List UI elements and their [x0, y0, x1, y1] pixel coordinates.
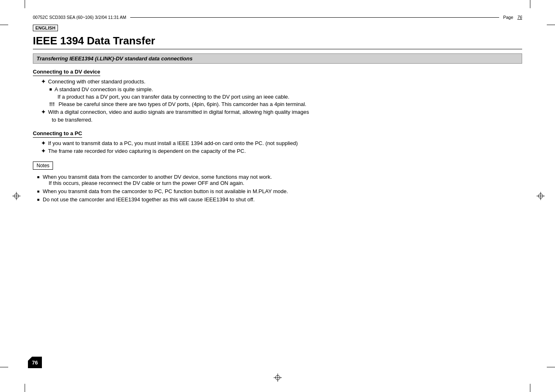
bullet-cross-2-text: With a digital connection, video and aud…: [48, 109, 309, 115]
bullet-warning-1-text: Please be careful since there are two ty…: [59, 101, 306, 107]
header-divider: [130, 17, 499, 18]
bullet-cross-2: ✦ With a digital connection, video and a…: [33, 109, 522, 115]
cross-icon-3: ✦: [41, 140, 46, 146]
page-label: Page: [503, 15, 514, 20]
page-num-header: 76: [517, 15, 522, 20]
file-info: 00752C SCD303 SEA (60~106) 3/2/04 11:31 …: [33, 15, 126, 20]
notes-box: Notes: [33, 161, 53, 170]
trim-mark-bl-v: [25, 384, 25, 392]
trim-mark-br-h: [547, 367, 555, 367]
bullet-cross-4-text: The frame rate recorded for video captur…: [48, 148, 246, 154]
bullet-cross-4: ✦ The frame rate recorded for video capt…: [33, 148, 522, 154]
bullet-cross-3-text: If you want to transmit data to a PC, yo…: [48, 140, 298, 146]
note-sq-1: ■: [37, 175, 39, 186]
note-item-3: ■ Do not use the camcorder and IEEE1394 …: [33, 196, 522, 203]
subsection2-heading: Connecting to a PC: [33, 130, 522, 140]
notes-label: Notes: [37, 163, 49, 168]
subsection-pc: Connecting to a PC ✦ If you want to tran…: [33, 130, 522, 154]
note-text-3: Do not use the camcorder and IEEE1394 to…: [43, 196, 255, 203]
cross-icon-1: ✦: [41, 78, 46, 85]
note-sq-2: ■: [37, 189, 39, 194]
content-area: ENGLISH IEEE 1394 Data Transfer Transfer…: [33, 25, 522, 359]
page-header: 00752C SCD303 SEA (60~106) 3/2/04 11:31 …: [33, 15, 522, 20]
svg-text:76: 76: [32, 360, 38, 366]
bullet-cross-1: ✦ Connecting with other standard product…: [33, 78, 522, 85]
reg-mark-bottom: [274, 374, 282, 382]
subsection1-heading: Connecting to a DV device: [33, 69, 522, 78]
page-number-badge-wrapper: 76: [28, 357, 42, 368]
main-title: IEEE 1394 Data Transfer: [33, 35, 522, 49]
warning-icon-1: !!!: [49, 101, 56, 107]
trim-mark-bl-h: [0, 367, 8, 367]
cross-icon-4: ✦: [41, 148, 46, 154]
square-icon-1: ■: [49, 87, 52, 92]
trim-mark-tr-v: [530, 0, 530, 8]
trim-mark-tr-h: [547, 25, 555, 25]
cross-icon-2: ✦: [41, 109, 46, 115]
bullet-square-1-text: A standard DV connection is quite simple…: [55, 86, 153, 92]
bullet-cross-1-text: Connecting with other standard products.: [48, 78, 145, 85]
bullet-square-1: ■ A standard DV connection is quite simp…: [33, 86, 522, 92]
note-item-1: ■ When you transmit data from the camcor…: [33, 174, 522, 186]
page-number-badge: 76: [28, 357, 42, 368]
subsection-dv-device: Connecting to a DV device ✦ Connecting w…: [33, 69, 522, 123]
page-container: 00752C SCD303 SEA (60~106) 3/2/04 11:31 …: [0, 0, 555, 392]
indent-line-1: If a product has a DV port, you can tran…: [33, 94, 522, 100]
trim-mark-br-v: [530, 384, 530, 392]
note-text-2: When you transmit data from the camcorde…: [43, 188, 288, 194]
bullet-cross-3: ✦ If you want to transmit data to a PC, …: [33, 140, 522, 146]
bullet-warning-1: !!! Please be careful since there are tw…: [33, 101, 522, 107]
english-badge-wrapper: ENGLISH: [33, 25, 522, 33]
note-item-2: ■ When you transmit data from the camcor…: [33, 188, 522, 194]
reg-mark-right: [537, 192, 545, 200]
indent-line-2: to be transferred.: [33, 117, 522, 123]
notes-section: Notes ■ When you transmit data from the …: [33, 161, 522, 203]
english-badge: ENGLISH: [33, 25, 58, 31]
trim-mark-tl-h: [0, 25, 8, 25]
note-text-1: When you transmit data from the camcorde…: [43, 174, 272, 186]
trim-mark-tl-v: [25, 0, 25, 8]
section-title-bar: Transferring IEEE1394 (i.LINK)-DV standa…: [33, 53, 522, 64]
reg-mark-left: [12, 192, 21, 200]
badge-svg: 76: [28, 357, 42, 368]
note-sq-3: ■: [37, 197, 39, 203]
